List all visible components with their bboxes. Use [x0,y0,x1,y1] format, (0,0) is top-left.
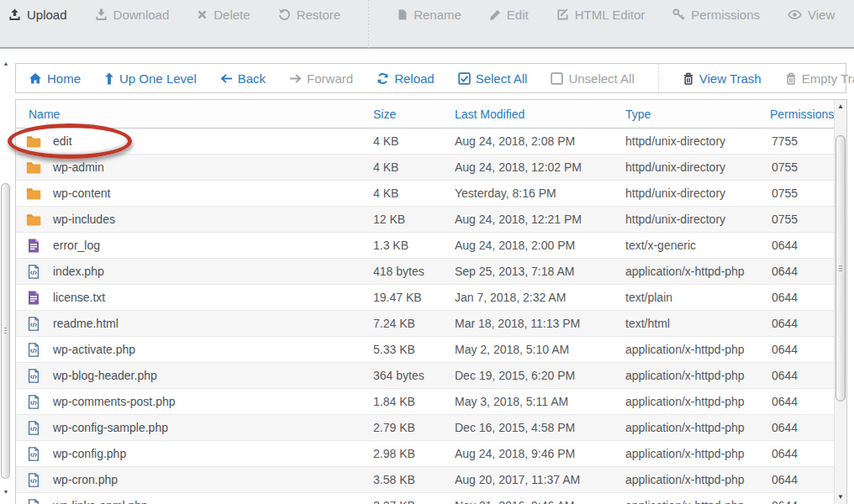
toolbar-button-restore[interactable]: Restore [278,8,341,22]
file-type: application/x-httpd-php [625,395,770,408]
file-name-cell[interactable]: readme.html [16,317,373,331]
file-name-cell[interactable]: wp-links-opml.php [16,499,373,504]
table-row-wp-includes[interactable]: wp-includes12 KBAug 24, 2018, 12:21 PMht… [16,207,846,233]
file-name-cell[interactable]: wp-content [16,186,373,201]
file-name-cell[interactable]: wp-blog-header.php [16,369,373,383]
column-header-type[interactable]: Type [625,108,770,121]
nav-button-forward[interactable]: Forward [289,71,353,86]
nav-button-home[interactable]: Home [29,71,81,86]
table-row-error-log[interactable]: error_log1.3 KBAug 24, 2018, 2:00 PMtext… [16,233,846,259]
toolbar-button-view[interactable]: View [788,8,835,22]
last-modified: May 2, 2018, 5:10 AM [455,343,625,356]
left-scrollbar-grip-icon [4,328,7,334]
toolbar-button-upload[interactable]: Upload [8,8,67,22]
last-modified: Aug 24, 2018, 9:46 PM [455,447,625,460]
table-row-license-txt[interactable]: license.txt19.47 KBJan 7, 2018, 2:32 AMt… [16,285,846,311]
file-size: 4 KB [373,134,455,148]
file-type: application/x-httpd-php [625,447,770,460]
left-pane-scrollbar[interactable]: ▲ ▼ [1,60,11,496]
table-row-wp-config-php[interactable]: wp-config.php2.98 KBAug 24, 2018, 9:46 P… [16,441,846,467]
table-row-wp-config-sample-php[interactable]: wp-config-sample.php2.79 KBDec 16, 2015,… [16,415,846,441]
last-modified: Dec 19, 2015, 6:20 PM [455,369,625,382]
toolbar-button-rename[interactable]: Rename [397,8,461,22]
file-code-icon [26,317,41,331]
scrollbar-thumb[interactable] [836,135,846,402]
file-name-cell[interactable]: license.txt [16,291,373,305]
file-name: license.txt [53,291,105,304]
file-name: wp-includes [53,213,115,226]
toolbar-button-label: Rename [414,8,461,22]
table-header-row: NameSizeLast ModifiedTypePermissions [16,100,846,129]
column-header-last-modified[interactable]: Last Modified [455,108,625,121]
table-row-wp-activate-php[interactable]: wp-activate.php5.33 KBMay 2, 2018, 5:10 … [16,337,846,363]
file-name-cell[interactable]: edit [16,134,373,149]
column-header-permissions[interactable]: Permissions [770,108,837,121]
permissions: 0755 [770,186,834,200]
file-size: 2.98 KB [373,447,455,460]
file-name-cell[interactable]: index.php [16,265,373,279]
file-size: 364 bytes [373,369,455,382]
nav-button-unselect-all[interactable]: Unselect All [551,71,634,86]
toolbar-button-html-editor[interactable]: HTML Editor [556,8,646,22]
permissions: 7755 [770,134,834,148]
table-row-wp-cron-php[interactable]: wp-cron.php3.58 KBAug 20, 2017, 11:37 AM… [16,467,846,493]
file-table: NameSizeLast ModifiedTypePermissions edi… [15,99,847,504]
table-row-edit[interactable]: edit4 KBAug 24, 2018, 2:08 PMhttpd/unix-… [16,129,846,155]
left-scroll-down-arrow-icon[interactable]: ▼ [1,489,11,496]
nav-button-label: Empty Trash [802,71,854,86]
file-type: application/x-httpd-php [625,499,770,504]
left-scroll-up-arrow-icon[interactable]: ▲ [1,60,11,67]
toolbar-button-label: View [808,8,835,22]
scroll-down-arrow-icon[interactable]: ▼ [835,493,846,501]
file-name-cell[interactable]: wp-config.php [16,447,373,461]
trash-icon [683,72,694,85]
file-type: application/x-httpd-php [625,421,770,434]
left-scrollbar-thumb[interactable] [1,183,10,479]
file-name-cell[interactable]: wp-comments-post.php [16,395,373,409]
table-row-readme-html[interactable]: readme.html7.24 KBMar 18, 2018, 11:13 PM… [16,311,846,337]
toolbar-button-download[interactable]: Download [95,8,170,22]
column-header-name[interactable]: Name [16,108,373,121]
table-row-index-php[interactable]: index.php418 bytesSep 25, 2013, 7:18 AMa… [16,259,846,285]
scroll-up-arrow-icon[interactable]: ▲ [835,102,846,111]
file-text-icon [26,291,41,305]
file-size: 3.58 KB [373,473,455,486]
file-name: wp-cron.php [53,473,118,486]
table-scrollbar[interactable]: ▲ ▼ [834,100,846,504]
last-modified: Sep 25, 2013, 7:18 AM [455,265,625,278]
table-row-wp-blog-header-php[interactable]: wp-blog-header.php364 bytesDec 19, 2015,… [16,363,846,389]
toolbar-button-edit[interactable]: Edit [489,8,529,22]
file-type: text/x-generic [625,239,770,252]
folder-icon [26,134,41,149]
folder-icon [26,186,41,201]
file-size: 4 KB [373,186,455,200]
file-name: wp-activate.php [53,343,135,356]
toolbar-button-delete[interactable]: Delete [197,8,250,22]
toolbar-button-label: Edit [507,8,529,22]
nav-button-empty-trash[interactable]: Empty Trash [785,71,854,86]
file-name-cell[interactable]: wp-activate.php [16,343,373,357]
file-code-icon [26,395,41,409]
permissions: 0644 [770,239,834,252]
table-row-wp-content[interactable]: wp-content4 KBYesterday, 8:16 PMhttpd/un… [16,181,846,207]
checkbox-checked-icon [458,72,471,85]
table-row-wp-links-opml-php[interactable]: wp-links-opml.php2.27 KBNov 21, 2016, 9:… [16,493,846,504]
file-name-cell[interactable]: wp-includes [16,213,373,227]
nav-button-up-one-level[interactable]: Up One Level [104,71,197,86]
file-name-cell[interactable]: wp-cron.php [16,473,373,487]
table-row-wp-comments-post-php[interactable]: wp-comments-post.php1.84 KBMay 3, 2018, … [16,389,846,415]
nav-button-back[interactable]: Back [220,71,266,86]
nav-toolbar: HomeUp One LevelBackForwardReloadSelect … [15,63,846,93]
permissions: 0644 [770,291,834,304]
last-modified: Aug 24, 2018, 12:21 PM [455,213,625,226]
nav-button-reload[interactable]: Reload [377,71,435,86]
table-row-wp-admin[interactable]: wp-admin4 KBAug 24, 2018, 12:02 PMhttpd/… [16,155,846,181]
nav-button-view-trash[interactable]: View Trash [683,71,762,86]
file-name-cell[interactable]: wp-admin [16,160,373,175]
file-name-cell[interactable]: error_log [16,239,373,253]
nav-button-select-all[interactable]: Select All [458,71,528,86]
permissions: 0644 [770,265,834,278]
file-name-cell[interactable]: wp-config-sample.php [16,421,373,435]
column-header-size[interactable]: Size [373,108,455,121]
toolbar-button-permissions[interactable]: Permissions [672,8,760,22]
